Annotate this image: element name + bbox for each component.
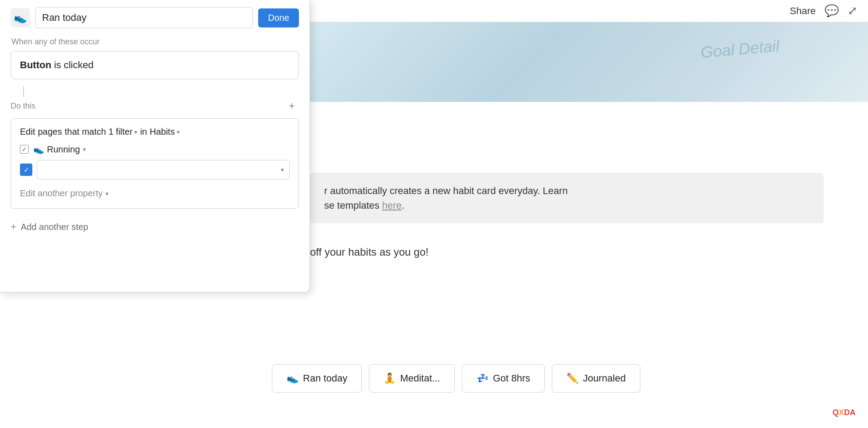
connector-line bbox=[23, 86, 24, 97]
action-db-label: Habits bbox=[150, 127, 175, 137]
add-action-button[interactable]: + bbox=[285, 99, 299, 113]
message-icon[interactable]: 💬 bbox=[825, 4, 839, 18]
filter-emoji: 👟 bbox=[33, 144, 44, 155]
filter-row: ✓ 👟 Running ▾ bbox=[20, 144, 290, 155]
hero-image: Goal Detail bbox=[310, 22, 868, 102]
modal-habit-icon: 👟 bbox=[11, 8, 30, 27]
trigger-box: Button is clicked bbox=[11, 51, 299, 79]
action-description-row: Edit pages that match 1 filter ▾ in Habi… bbox=[20, 127, 290, 137]
db-chevron-icon: ▾ bbox=[177, 128, 180, 136]
info-text-after: se templates bbox=[324, 200, 382, 211]
habit-emoji-journal: ✏️ bbox=[566, 373, 578, 384]
action-filter-text: that match 1 filter bbox=[65, 127, 132, 137]
habit-label-sleep: Got 8hrs bbox=[493, 373, 530, 384]
filter-label[interactable]: 👟 Running ▾ bbox=[33, 144, 86, 155]
do-this-header: Do this + bbox=[11, 99, 299, 113]
action-in-label: in bbox=[140, 127, 147, 137]
info-link[interactable]: here bbox=[382, 200, 402, 211]
habit-emoji-sleep: 💤 bbox=[477, 373, 488, 384]
modal-title-input[interactable] bbox=[35, 7, 253, 28]
filter-checkbox[interactable]: ✓ bbox=[20, 145, 29, 154]
habit-label-meditat: Meditat... bbox=[400, 373, 440, 384]
share-button[interactable]: Share bbox=[790, 5, 816, 17]
habit-btn-journal[interactable]: ✏️ Journaled bbox=[552, 364, 640, 393]
do-this-label: Do this bbox=[11, 101, 35, 111]
habit-label-journal: Journaled bbox=[583, 373, 626, 384]
action-filter-pill[interactable]: that match 1 filter ▾ bbox=[65, 127, 137, 137]
edit-another-chevron-icon: ▾ bbox=[105, 190, 108, 197]
filter-chevron-icon: ▾ bbox=[134, 128, 137, 136]
add-another-step-row[interactable]: + Add another step bbox=[11, 219, 299, 234]
bottom-text: off your habits as you go! bbox=[310, 246, 824, 258]
action-pages-label: pages bbox=[38, 127, 62, 137]
habit-btn-meditat[interactable]: 🧘 Meditat... bbox=[369, 364, 454, 393]
modal-done-button[interactable]: Done bbox=[258, 8, 299, 27]
action-db-pill[interactable]: Habits ▾ bbox=[150, 127, 180, 137]
filter-name-chevron-icon: ▾ bbox=[83, 146, 86, 153]
habit-btn-sleep[interactable]: 💤 Got 8hrs bbox=[462, 364, 545, 393]
add-step-plus-icon: + bbox=[11, 221, 16, 233]
filter-name: Running bbox=[47, 144, 80, 155]
xda-watermark: QXDA bbox=[829, 406, 859, 419]
value-row: ✓ ▾ bbox=[20, 160, 290, 179]
modal-header: 👟 Done bbox=[11, 7, 299, 28]
info-text-before: r automatically creates a new habit card… bbox=[324, 185, 568, 196]
modal: 👟 Done When any of these occur Button is… bbox=[0, 0, 310, 292]
habit-btn-ran[interactable]: 👟 Ran today bbox=[272, 364, 362, 393]
hero-text: Goal Detail bbox=[700, 36, 780, 62]
habit-buttons-row: 👟 Ran today 🧘 Meditat... 💤 Got 8hrs ✏️ J… bbox=[89, 364, 824, 393]
trigger-text: Button is clicked bbox=[20, 59, 93, 70]
habit-emoji-meditat: 🧘 bbox=[384, 373, 395, 384]
value-dropdown[interactable]: ▾ bbox=[37, 160, 290, 179]
action-edit-label: Edit bbox=[20, 127, 35, 137]
edit-another-label: Edit another property bbox=[20, 188, 103, 198]
info-link-suffix: . bbox=[402, 200, 404, 211]
add-step-label: Add another step bbox=[21, 222, 88, 232]
value-dropdown-chevron-icon: ▾ bbox=[281, 166, 284, 173]
blue-checkbox[interactable]: ✓ bbox=[20, 163, 32, 176]
habit-emoji-ran: 👟 bbox=[287, 373, 298, 384]
when-label: When any of these occur bbox=[11, 37, 299, 47]
edit-another-row[interactable]: Edit another property ▾ bbox=[20, 187, 290, 200]
info-box: r automatically creates a new habit card… bbox=[310, 173, 824, 223]
action-box: Edit pages that match 1 filter ▾ in Habi… bbox=[11, 118, 299, 209]
habit-label-ran: Ran today bbox=[303, 373, 347, 384]
expand-icon[interactable]: ⤢ bbox=[848, 4, 857, 18]
